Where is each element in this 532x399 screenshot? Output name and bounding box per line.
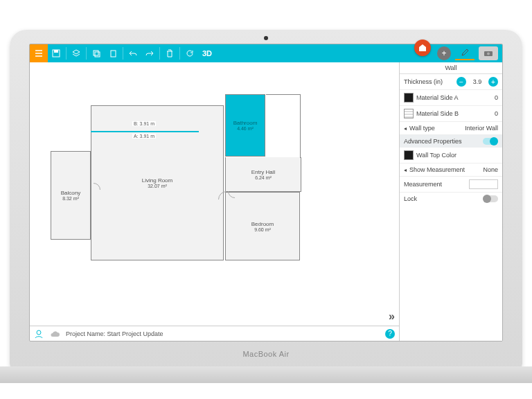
room-balcony[interactable]: Balcony 8.32 m² [51, 151, 91, 240]
rotate-button[interactable] [181, 44, 198, 62]
measurement-row: Measurement [400, 177, 502, 193]
topcolor-swatch[interactable] [404, 150, 414, 160]
separator [66, 47, 66, 60]
svg-rect-1 [54, 50, 58, 53]
project-name: Project Name: Start Project Update [66, 330, 163, 337]
material-a-swatch[interactable] [404, 93, 414, 103]
room-living[interactable]: Living Room 32.07 m² [91, 105, 224, 260]
camera-icon [484, 50, 493, 57]
panel-title: Wall [400, 62, 502, 74]
advanced-header[interactable]: Advanced Properties [400, 135, 502, 148]
material-a-label: Material Side A [416, 94, 492, 101]
room-label: Entry Hall [251, 169, 276, 175]
camera-tab[interactable] [479, 46, 498, 60]
room-entry[interactable]: Entry Hall 6.24 m² [225, 157, 301, 192]
material-b-swatch[interactable] [404, 109, 414, 118]
menu-button[interactable] [30, 44, 48, 62]
svg-rect-4 [111, 51, 116, 57]
room-label: Bedroom [251, 221, 274, 227]
material-a-value: 0 [495, 94, 498, 101]
material-b-row[interactable]: Material Side B 0 [400, 106, 502, 122]
expand-panel-button[interactable]: » [389, 310, 395, 323]
properties-panel: Wall Thickness (in) − 3.9 + Material Sid… [400, 62, 502, 341]
paste-button[interactable] [105, 44, 121, 62]
room-area: 32.07 m² [148, 184, 167, 188]
room-bathroom[interactable]: Bathroom 4.46 m² [225, 94, 265, 157]
separator [159, 47, 160, 60]
advanced-toggle[interactable] [483, 138, 498, 145]
clipboard-icon [109, 50, 117, 57]
layers-icon [72, 49, 80, 57]
hamburger-icon [35, 50, 43, 57]
separator [179, 47, 180, 60]
top-toolbar: 3D + [30, 44, 502, 62]
topcolor-row[interactable]: Wall Top Color [400, 148, 502, 163]
material-b-value: 0 [495, 110, 498, 117]
walltype-label: Wall type [409, 125, 462, 132]
trash-icon [166, 49, 173, 57]
room-area: 8.32 m² [62, 196, 79, 201]
save-icon [52, 49, 60, 57]
pencil-icon [461, 48, 469, 57]
thickness-row: Thickness (in) − 3.9 + [400, 74, 502, 90]
separator [86, 47, 87, 60]
lock-row: Lock [400, 193, 502, 205]
camera-dot [264, 36, 268, 40]
topcolor-label: Wall Top Color [416, 152, 498, 159]
walltype-row[interactable]: ◂ Wall type Interior Wall [400, 122, 502, 135]
copy-button[interactable] [88, 44, 105, 62]
separator [123, 47, 123, 60]
svg-rect-2 [94, 51, 98, 55]
redo-button[interactable] [141, 44, 158, 62]
layers-button[interactable] [68, 44, 85, 62]
material-a-row[interactable]: Material Side A 0 [400, 90, 502, 106]
lock-label: Lock [404, 195, 480, 202]
caret-left-icon: ◂ [404, 167, 407, 173]
entry-extension [266, 94, 301, 158]
decrease-thickness-button[interactable]: − [456, 77, 466, 87]
measurement-label: Measurement [404, 181, 466, 188]
thickness-value[interactable]: 3.9 [469, 78, 486, 85]
selected-wall[interactable] [91, 131, 199, 132]
undo-button[interactable] [125, 44, 141, 62]
showmeas-row[interactable]: ◂ Show Measurement None [400, 163, 502, 177]
svg-rect-3 [95, 52, 100, 57]
cloud-icon[interactable] [49, 330, 60, 338]
room-label: Bathroom [233, 120, 258, 126]
lock-toggle[interactable] [483, 195, 498, 202]
content-area: Balcony 8.32 m² Living Room 32.07 m² Bat… [30, 62, 502, 341]
rotate-icon [186, 49, 194, 57]
room-label: Balcony [61, 190, 80, 196]
increase-thickness-button[interactable]: + [488, 77, 498, 87]
undo-icon [129, 50, 137, 57]
floorplan-canvas[interactable]: Balcony 8.32 m² Living Room 32.07 m² Bat… [30, 62, 399, 326]
plus-icon: + [441, 48, 446, 58]
save-button[interactable] [48, 44, 64, 62]
laptop-frame: 3D + Balcony 8.32 m² Li [10, 30, 522, 369]
thickness-label: Thickness (in) [404, 78, 454, 85]
user-icon[interactable] [34, 329, 44, 339]
dimension-b: B: 3.91 m [132, 121, 156, 126]
room-area: 6.24 m² [255, 175, 272, 180]
edit-tab[interactable] [455, 46, 475, 60]
delete-button[interactable] [161, 44, 178, 62]
3d-toggle[interactable]: 3D [198, 49, 216, 57]
laptop-brand: MacBook Air [242, 350, 289, 358]
add-tab[interactable]: + [437, 46, 451, 60]
measurement-input[interactable] [469, 179, 498, 189]
toolbar-right: + [437, 46, 502, 60]
dimension-a: A: 3.91 m [132, 134, 156, 139]
room-area: 4.46 m² [237, 126, 254, 131]
home-icon [418, 44, 427, 53]
room-label: Living Room [142, 177, 172, 184]
material-b-label: Material Side B [416, 110, 492, 117]
laptop-base [0, 366, 532, 383]
copy-icon [93, 50, 100, 57]
walltype-value: Interior Wall [465, 125, 498, 132]
advanced-label: Advanced Properties [404, 138, 462, 145]
room-bedroom[interactable]: Bedroom 9.60 m² [225, 192, 300, 260]
app-screen: 3D + Balcony 8.32 m² Li [29, 44, 503, 342]
help-button[interactable]: ? [385, 329, 395, 339]
room-area: 9.60 m² [254, 227, 271, 232]
showmeas-label: Show Measurement [409, 166, 480, 173]
